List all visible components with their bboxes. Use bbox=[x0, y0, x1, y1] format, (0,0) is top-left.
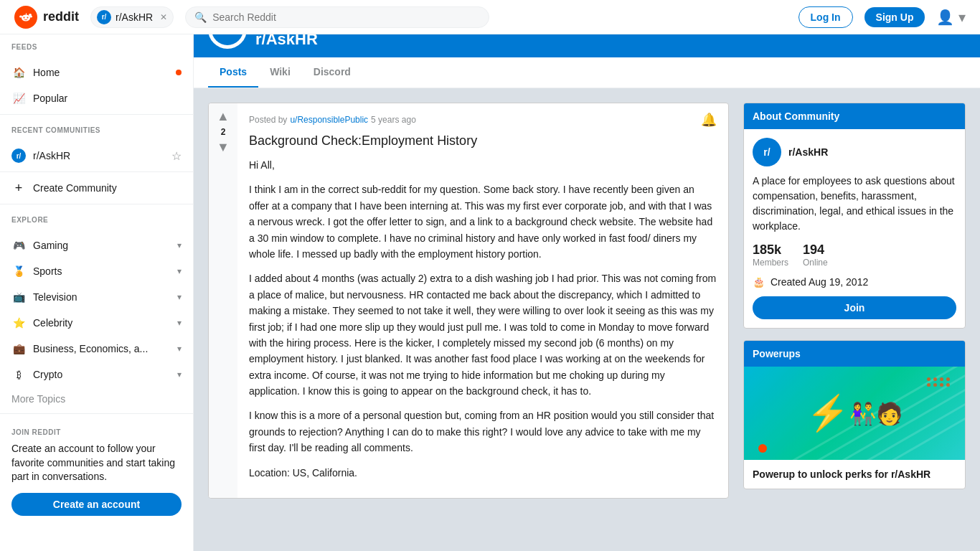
celebrity-chevron-icon: ▾ bbox=[177, 318, 182, 328]
members-count: 185k bbox=[753, 242, 788, 258]
powerups-text: Powerup to unlock perks for r/AskHR bbox=[753, 468, 956, 480]
crypto-chevron-icon: ▾ bbox=[177, 369, 182, 380]
post-title: Background Check:Employment History bbox=[249, 133, 717, 149]
crypto-label: Crypto bbox=[33, 369, 170, 380]
red-dot-1 bbox=[758, 444, 767, 453]
powerups-image: ⚡ 👫🧑 bbox=[744, 367, 965, 460]
downvote-button[interactable]: ▼ bbox=[217, 140, 230, 155]
television-label: Television bbox=[33, 291, 170, 303]
more-topics-link[interactable]: More Topics bbox=[0, 387, 193, 410]
sidebar-item-celebrity[interactable]: ⭐ Celebrity ▾ bbox=[0, 310, 193, 336]
sidebar-item-home[interactable]: 🏠 Home bbox=[0, 60, 193, 85]
subreddit-badge-icon: r/ bbox=[97, 10, 111, 24]
content-area: ▲ 2 ▼ Posted by u/ResponsiblePublic 5 ye… bbox=[194, 88, 980, 513]
powerups-card: Powerups ⚡ 👫🧑 bbox=[743, 340, 966, 489]
members-stat: 185k Members bbox=[753, 242, 788, 268]
reddit-snoo-icon bbox=[19, 10, 33, 24]
post-paragraph-0: Hi All, bbox=[249, 157, 717, 173]
post-container: ▲ 2 ▼ Posted by u/ResponsiblePublic 5 ye… bbox=[208, 103, 729, 499]
explore-title: EXPLORE bbox=[11, 216, 182, 224]
sidebar-item-askhr[interactable]: r/ r/AskHR ☆ bbox=[0, 143, 193, 169]
cake-icon: 🎂 bbox=[753, 276, 765, 288]
logo-text: reddit bbox=[43, 9, 79, 24]
askhr-icon: r/ bbox=[11, 149, 26, 163]
join-reddit-title: JOIN REDDIT bbox=[11, 428, 182, 436]
post-paragraph-3: I know this is a more of a personal ques… bbox=[249, 408, 717, 456]
vote-column: ▲ 2 ▼ bbox=[209, 103, 237, 498]
subreddit-filter-badge[interactable]: r/ r/AskHR ✕ bbox=[90, 6, 174, 28]
svg-point-5 bbox=[19, 15, 22, 17]
svg-point-2 bbox=[24, 17, 25, 18]
sidebar-item-sports[interactable]: 🏅 Sports ▾ bbox=[0, 258, 193, 284]
search-bar[interactable]: 🔍 bbox=[185, 6, 489, 28]
create-community-button[interactable]: + Create Community bbox=[0, 175, 193, 201]
crypto-icon: ₿ bbox=[11, 367, 26, 382]
post-paragraph-4: Location: US, California. bbox=[249, 465, 717, 481]
celebrity-icon: ⭐ bbox=[11, 316, 26, 330]
notification-bell-icon[interactable]: 🔔 bbox=[701, 112, 717, 128]
television-icon: 📺 bbox=[11, 290, 26, 304]
user-menu[interactable]: 👤 ▾ bbox=[936, 9, 966, 26]
about-community-header: About Community bbox=[744, 103, 965, 129]
sidebar-askhr-label: r/AskHR bbox=[33, 150, 164, 161]
create-account-button[interactable]: Create an account bbox=[11, 493, 182, 513]
online-stat: 194 Online bbox=[803, 242, 828, 268]
community-identity: r/ r/AskHR bbox=[753, 138, 956, 166]
post-inner: ▲ 2 ▼ Posted by u/ResponsiblePublic 5 ye… bbox=[209, 103, 728, 498]
sidebar-right: About Community r/ r/AskHR A place for e… bbox=[743, 103, 966, 499]
community-created: 🎂 Created Aug 19, 2012 bbox=[753, 276, 956, 288]
star-icon[interactable]: ☆ bbox=[171, 149, 182, 163]
sidebar-item-gaming[interactable]: 🎮 Gaming ▾ bbox=[0, 232, 193, 258]
svg-point-3 bbox=[27, 17, 29, 18]
header: reddit r/ r/AskHR ✕ 🔍 Log In Sign Up 👤 ▾ bbox=[0, 0, 980, 34]
search-input[interactable] bbox=[212, 11, 480, 23]
sidebar-divider-1 bbox=[0, 114, 193, 115]
sidebar-item-business[interactable]: 💼 Business, Economics, a... ▾ bbox=[0, 336, 193, 362]
recent-communities-section: RECENT COMMUNITIES bbox=[0, 118, 193, 143]
community-avatar-text: r/ bbox=[763, 146, 770, 158]
svg-point-6 bbox=[29, 15, 32, 17]
home-icon: 🏠 bbox=[11, 65, 26, 80]
community-stats: 185k Members 194 Online bbox=[753, 242, 956, 268]
post-time: 5 years ago bbox=[371, 115, 416, 125]
tab-posts[interactable]: Posts bbox=[208, 57, 258, 88]
television-chevron-icon: ▾ bbox=[177, 292, 182, 302]
post-paragraph-1: I think I am in the correct sub-reddit f… bbox=[249, 182, 717, 262]
login-button[interactable]: Log In bbox=[798, 6, 853, 28]
tab-wiki[interactable]: Wiki bbox=[258, 57, 302, 88]
post-body: Hi All, I think I am in the correct sub-… bbox=[249, 157, 717, 481]
svg-point-8 bbox=[25, 11, 27, 13]
post-paragraph-2: I added about 4 months (was actually 2) … bbox=[249, 270, 717, 399]
powerups-body: Powerup to unlock perks for r/AskHR bbox=[744, 460, 965, 489]
join-button[interactable]: Join bbox=[753, 296, 956, 319]
sidebar-item-crypto[interactable]: ₿ Crypto ▾ bbox=[0, 362, 193, 387]
dot-grid bbox=[927, 377, 951, 387]
search-icon: 🔍 bbox=[194, 11, 207, 23]
community-description: A place for employees to ask questions a… bbox=[753, 174, 956, 234]
online-count: 194 bbox=[803, 242, 828, 258]
upvote-button[interactable]: ▲ bbox=[217, 109, 230, 124]
business-icon: 💼 bbox=[11, 342, 26, 356]
sports-label: Sports bbox=[33, 265, 170, 277]
characters-icon: 👫🧑 bbox=[849, 401, 903, 426]
signup-button[interactable]: Sign Up bbox=[864, 7, 925, 27]
community-name: r/AskHR bbox=[788, 146, 828, 158]
reddit-logo-icon bbox=[14, 6, 37, 29]
sports-chevron-icon: ▾ bbox=[177, 266, 182, 276]
sidebar-divider-2 bbox=[0, 171, 193, 172]
gaming-chevron-icon: ▾ bbox=[177, 240, 182, 250]
sidebar-item-television[interactable]: 📺 Television ▾ bbox=[0, 284, 193, 310]
join-reddit-section: JOIN REDDIT Create an account to follow … bbox=[0, 417, 193, 513]
logo[interactable]: reddit bbox=[14, 6, 79, 29]
plus-icon: + bbox=[11, 181, 26, 195]
join-reddit-text: Create an account to follow your favorit… bbox=[11, 442, 182, 484]
gaming-label: Gaming bbox=[33, 240, 170, 251]
tab-discord[interactable]: Discord bbox=[302, 57, 362, 88]
sidebar-item-popular[interactable]: 📈 Popular bbox=[0, 85, 193, 111]
home-notification-dot bbox=[176, 70, 182, 75]
post-author[interactable]: u/ResponsiblePublic bbox=[290, 115, 368, 125]
remove-subreddit-filter-icon[interactable]: ✕ bbox=[160, 12, 167, 22]
subreddit-badge-name: r/AskHR bbox=[116, 11, 153, 23]
sidebar-divider-3 bbox=[0, 204, 193, 204]
business-chevron-icon: ▾ bbox=[177, 344, 182, 354]
